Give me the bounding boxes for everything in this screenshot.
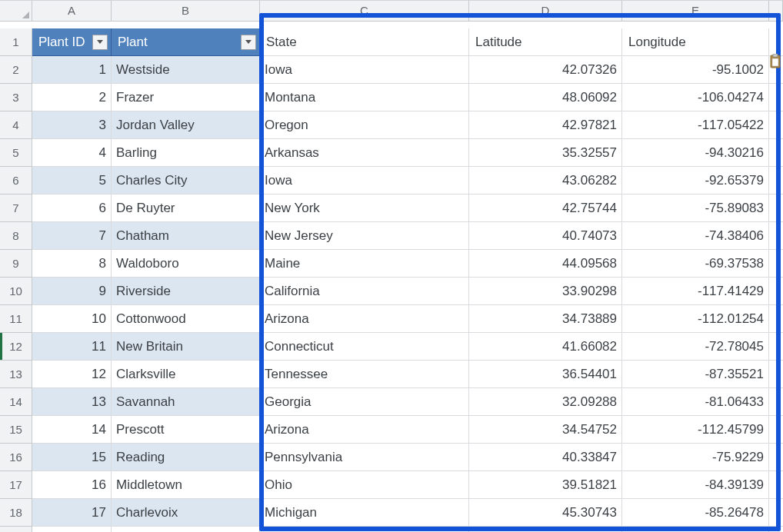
cell-plant-id[interactable]: 13 xyxy=(32,388,112,416)
cell-longitude[interactable]: -75.9229 xyxy=(622,444,769,471)
cell-plant[interactable]: Riverside xyxy=(112,278,260,305)
cell-plant-id[interactable]: 14 xyxy=(32,416,112,444)
row-label[interactable]: 5 xyxy=(0,139,32,167)
row-label[interactable]: 19 xyxy=(0,527,32,532)
col-label-C[interactable]: C xyxy=(260,1,469,22)
cell-plant[interactable]: Middletown xyxy=(112,471,260,499)
cell-state[interactable]: New Jersey xyxy=(260,222,469,250)
cell-plant[interactable]: Clarksville xyxy=(112,361,260,388)
cell-plant-id[interactable]: 6 xyxy=(32,195,112,222)
cell-longitude[interactable]: -74.38406 xyxy=(622,222,769,250)
cell-longitude[interactable]: -95.1002 xyxy=(622,56,769,84)
row-label[interactable]: 8 xyxy=(0,222,32,250)
cell-plant[interactable]: Prescott xyxy=(112,416,260,444)
row-label[interactable]: 7 xyxy=(0,195,32,222)
cell-plant[interactable]: Reading xyxy=(112,444,260,471)
cell-plant-id[interactable]: 12 xyxy=(32,361,112,388)
cell-longitude[interactable]: -106.04274 xyxy=(622,84,769,111)
cell-plant[interactable]: Waldoboro xyxy=(112,250,260,278)
filter-dropdown-icon[interactable] xyxy=(241,35,256,50)
cell-longitude[interactable]: -85.26478 xyxy=(622,499,769,527)
cell-plant[interactable]: De Ruyter xyxy=(112,195,260,222)
cell-latitude[interactable]: 32.09288 xyxy=(469,388,622,416)
cell-plant-id[interactable]: 7 xyxy=(32,222,112,250)
row-label[interactable]: 6 xyxy=(0,167,32,195)
cell-plant-id[interactable]: 18 xyxy=(32,527,112,532)
cell-plant-id[interactable]: 5 xyxy=(32,167,112,195)
spreadsheet-grid[interactable]: A B C D E 1 Plant ID Plant State Latitud… xyxy=(0,0,783,532)
cell-latitude[interactable]: 34.73889 xyxy=(469,305,622,333)
header-longitude[interactable]: Longitude xyxy=(622,28,769,56)
col-label-E[interactable]: E xyxy=(622,1,769,22)
cell-state[interactable]: Oregon xyxy=(260,111,469,139)
row-label[interactable]: 2 xyxy=(0,56,32,84)
cell-latitude[interactable]: 40.33847 xyxy=(469,444,622,471)
cell-state[interactable]: New York xyxy=(260,195,469,222)
cell-plant[interactable]: Cottonwood xyxy=(112,305,260,333)
cell-latitude[interactable]: 48.06092 xyxy=(469,84,622,111)
cell-state[interactable]: Arkansas xyxy=(260,139,469,167)
col-label-B[interactable]: B xyxy=(112,1,260,22)
cell-plant-id[interactable]: 3 xyxy=(32,111,112,139)
row-label[interactable]: 10 xyxy=(0,278,32,305)
cell-state[interactable] xyxy=(260,527,469,532)
row-label[interactable]: 15 xyxy=(0,416,32,444)
row-label[interactable]: 16 xyxy=(0,444,32,471)
header-state[interactable]: State xyxy=(260,28,469,56)
header-plant-id[interactable]: Plant ID xyxy=(32,28,112,56)
cell-state[interactable]: Iowa xyxy=(260,167,469,195)
row-label[interactable]: 1 xyxy=(0,28,32,56)
cell-state[interactable]: Tennessee xyxy=(260,361,469,388)
cell-plant-id[interactable]: 10 xyxy=(32,305,112,333)
cell-plant-id[interactable]: 11 xyxy=(32,333,112,361)
cell-latitude[interactable]: 35.32557 xyxy=(469,139,622,167)
row-label[interactable]: 18 xyxy=(0,499,32,527)
cell-latitude[interactable]: 33.90298 xyxy=(469,278,622,305)
cell-latitude[interactable] xyxy=(469,527,622,532)
header-latitude[interactable]: Latitude xyxy=(469,28,622,56)
cell-state[interactable]: Arizona xyxy=(260,305,469,333)
select-all-corner[interactable] xyxy=(0,1,32,22)
filter-dropdown-icon[interactable] xyxy=(92,35,108,50)
cell-longitude[interactable]: -117.05422 xyxy=(622,111,769,139)
row-label[interactable]: 17 xyxy=(0,471,32,499)
cell-latitude[interactable]: 44.09568 xyxy=(469,250,622,278)
cell-latitude[interactable]: 34.54752 xyxy=(469,416,622,444)
cell-longitude[interactable]: -72.78045 xyxy=(622,333,769,361)
cell-plant[interactable]: Chatham xyxy=(112,222,260,250)
header-plant[interactable]: Plant xyxy=(112,28,260,56)
cell-plant[interactable]: Frazer xyxy=(112,84,260,111)
cell-state[interactable]: Pennsylvania xyxy=(260,444,469,471)
cell-plant[interactable]: Barling xyxy=(112,139,260,167)
paste-options-button[interactable] xyxy=(769,54,783,71)
cell-longitude[interactable]: -69.37538 xyxy=(622,250,769,278)
cell-longitude[interactable]: -92.65379 xyxy=(622,167,769,195)
cell-state[interactable]: Georgia xyxy=(260,388,469,416)
cell-plant[interactable]: Charlevoix xyxy=(112,499,260,527)
cell-plant[interactable]: Savannah xyxy=(112,388,260,416)
cell-state[interactable]: California xyxy=(260,278,469,305)
cell-latitude[interactable]: 41.66082 xyxy=(469,333,622,361)
cell-longitude[interactable]: -94.30216 xyxy=(622,139,769,167)
cell-latitude[interactable]: 45.30743 xyxy=(469,499,622,527)
row-label[interactable]: 14 xyxy=(0,388,32,416)
cell-longitude[interactable]: -117.41429 xyxy=(622,278,769,305)
cell-state[interactable]: Michigan xyxy=(260,499,469,527)
cell-plant-id[interactable]: 9 xyxy=(32,278,112,305)
cell-state[interactable]: Iowa xyxy=(260,56,469,84)
cell-state[interactable]: Arizona xyxy=(260,416,469,444)
row-label[interactable]: 3 xyxy=(0,84,32,111)
row-label[interactable]: 4 xyxy=(0,111,32,139)
cell-state[interactable]: Ohio xyxy=(260,471,469,499)
cell-plant[interactable]: Westside xyxy=(112,56,260,84)
cell-plant-id[interactable]: 4 xyxy=(32,139,112,167)
cell-longitude[interactable]: -84.39139 xyxy=(622,471,769,499)
col-label-A[interactable]: A xyxy=(32,1,112,22)
cell-latitude[interactable]: 42.75744 xyxy=(469,195,622,222)
cell-latitude[interactable]: 43.06282 xyxy=(469,167,622,195)
cell-longitude[interactable]: -112.45799 xyxy=(622,416,769,444)
cell-longitude[interactable] xyxy=(622,527,769,532)
cell-plant[interactable]: Florence xyxy=(112,527,260,532)
cell-longitude[interactable]: -112.01254 xyxy=(622,305,769,333)
cell-state[interactable]: Maine xyxy=(260,250,469,278)
